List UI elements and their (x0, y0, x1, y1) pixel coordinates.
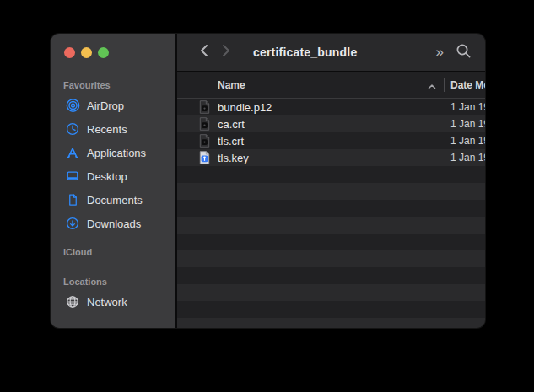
sidebar-item-label: Applications (87, 147, 146, 159)
sidebar-item-desktop[interactable]: Desktop (56, 164, 170, 188)
sidebar-item-network[interactable]: Network (56, 290, 170, 314)
download-circle-icon (64, 216, 81, 231)
sidebar: Favourites AirDrop Recents (51, 34, 177, 328)
search-icon[interactable] (456, 43, 472, 62)
file-row-ca-crt[interactable]: ca.crt 1 Jan 19 (177, 115, 485, 132)
main-pane: certificate_bundle » Name Date Mo (177, 34, 485, 328)
globe-icon (64, 294, 81, 309)
file-row-bundle-p12[interactable]: bundle.p12 1 Jan 19 (177, 99, 485, 115)
column-divider[interactable] (444, 78, 445, 92)
desktop-icon (64, 169, 81, 184)
sidebar-item-label: Documents (87, 194, 143, 207)
file-date: 1 Jan 19 (450, 135, 485, 147)
file-date: 1 Jan 19 (450, 118, 485, 130)
sidebar-section-icloud: iCloud (63, 247, 175, 257)
certificate-file-icon (199, 100, 210, 114)
back-button[interactable] (199, 44, 208, 61)
nav-buttons (199, 44, 231, 61)
toolbar-right: » (436, 34, 472, 71)
sidebar-item-label: Network (87, 296, 127, 309)
close-button[interactable] (64, 47, 75, 58)
clock-icon (64, 121, 81, 137)
sidebar-item-documents[interactable]: Documents (56, 188, 170, 212)
file-row-tls-crt[interactable]: tls.crt 1 Jan 19 (177, 132, 485, 149)
sidebar-item-label: AirDrop (87, 99, 124, 112)
document-icon (64, 192, 81, 207)
column-header-name[interactable]: Name (218, 79, 245, 91)
sidebar-section-favourites: Favourites (63, 80, 175, 90)
sidebar-item-recents[interactable]: Recents (56, 117, 170, 141)
sort-ascending-icon (428, 78, 436, 93)
toolbar: certificate_bundle » (177, 34, 485, 72)
sidebar-section-locations: Locations (63, 277, 175, 287)
file-name: tls.key (218, 152, 249, 164)
minimize-button[interactable] (81, 47, 92, 58)
file-date: 1 Jan 19 (450, 101, 485, 113)
traffic-lights (64, 47, 175, 58)
list-header: Name Date Mo (177, 72, 485, 99)
file-name: ca.crt (218, 118, 245, 131)
sidebar-item-label: Recents (87, 123, 127, 136)
sidebar-item-downloads[interactable]: Downloads (56, 212, 170, 235)
airdrop-icon (64, 98, 81, 113)
forward-button[interactable] (222, 44, 231, 61)
file-date: 1 Jan 19 (450, 152, 485, 164)
file-name: tls.crt (218, 135, 244, 148)
toolbar-overflow-icon[interactable]: » (436, 45, 444, 61)
window-title: certificate_bundle (253, 46, 357, 59)
finder-window: Favourites AirDrop Recents (51, 34, 485, 328)
file-name: bundle.p12 (218, 101, 272, 114)
sidebar-item-applications[interactable]: Applications (56, 141, 170, 164)
sidebar-item-label: Downloads (87, 217, 141, 230)
sidebar-item-label: Desktop (87, 170, 127, 183)
sidebar-item-airdrop[interactable]: AirDrop (56, 94, 170, 117)
certificate-file-icon (199, 117, 210, 131)
file-row-tls-key[interactable]: tls.key 1 Jan 19 (177, 149, 485, 166)
file-list: bundle.p12 1 Jan 19 ca.crt 1 Jan 19 (177, 99, 485, 328)
key-file-icon (199, 151, 210, 164)
zoom-button[interactable] (98, 47, 109, 58)
applications-a-icon (64, 145, 81, 160)
column-header-date[interactable]: Date Mo (450, 79, 485, 91)
certificate-file-icon (199, 134, 210, 148)
